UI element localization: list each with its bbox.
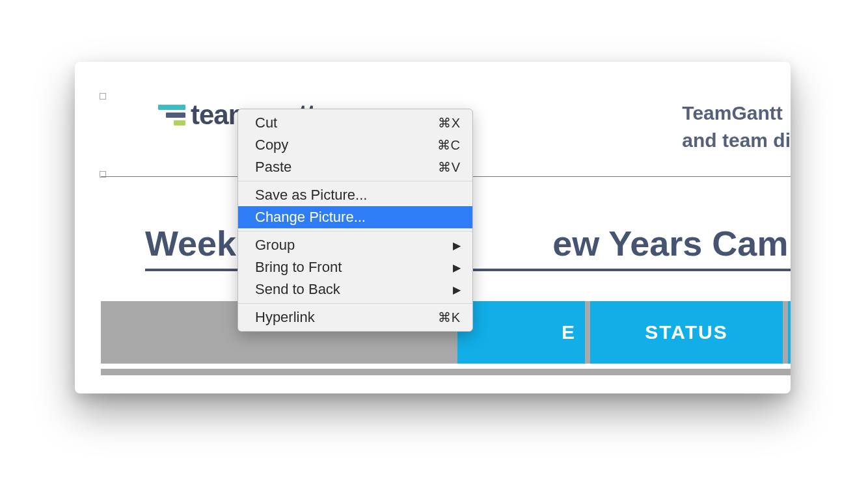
screenshot-frame: teamgantt TeamGantt and team di Weekly S… <box>75 62 791 393</box>
menu-item-send-to-back[interactable]: Send to Back ▶ <box>238 278 472 300</box>
menu-item-copy[interactable]: Copy ⌘C <box>238 134 472 156</box>
menu-item-bring-to-front[interactable]: Bring to Front ▶ <box>238 256 472 278</box>
document-canvas: teamgantt TeamGantt and team di Weekly S… <box>93 80 791 375</box>
menu-separator <box>238 303 472 304</box>
table-header-cell <box>788 301 791 364</box>
header-text: TeamGantt and team di <box>682 100 791 154</box>
table-header-cell: E <box>457 301 585 364</box>
table-header-status: STATUS <box>590 301 783 364</box>
menu-item-save-as-picture[interactable]: Save as Picture... <box>238 184 472 206</box>
context-menu: Cut ⌘X Copy ⌘C Paste ⌘V Save as Picture.… <box>237 109 473 332</box>
menu-separator <box>238 231 472 232</box>
chevron-right-icon: ▶ <box>453 284 461 296</box>
selection-handle[interactable] <box>100 93 106 100</box>
header-line1: TeamGantt <box>682 100 791 127</box>
menu-item-cut[interactable]: Cut ⌘X <box>238 112 472 134</box>
menu-item-group[interactable]: Group ▶ <box>238 234 472 256</box>
chevron-right-icon: ▶ <box>453 261 461 274</box>
menu-separator <box>238 181 472 181</box>
table-row <box>101 369 791 375</box>
chevron-right-icon: ▶ <box>453 239 461 252</box>
menu-item-hyperlink[interactable]: Hyperlink ⌘K <box>238 306 472 328</box>
header-line2: and team di <box>682 127 791 154</box>
logo-icon <box>158 105 185 126</box>
menu-item-paste[interactable]: Paste ⌘V <box>238 156 472 178</box>
menu-item-change-picture[interactable]: Change Picture... <box>238 206 472 228</box>
